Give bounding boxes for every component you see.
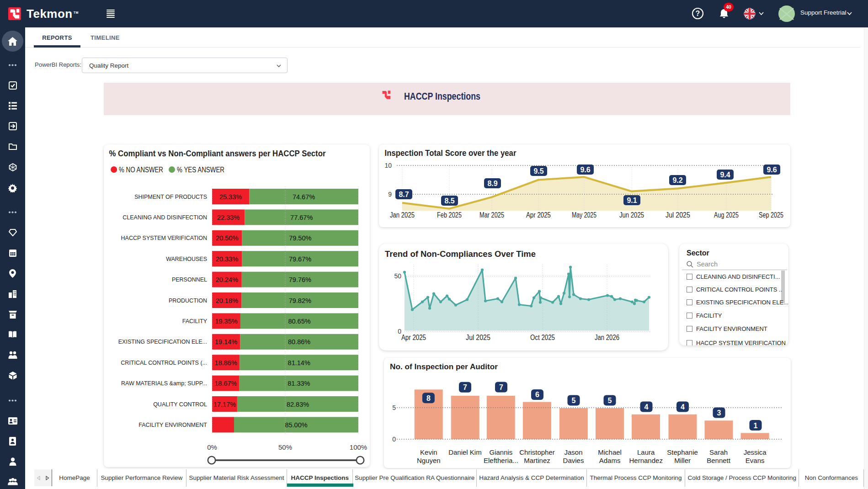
svg-text:CRITICAL CONTROL POINTS (...: CRITICAL CONTROL POINTS (... — [121, 360, 207, 366]
svg-text:Kevin: Kevin — [420, 448, 437, 456]
svg-text:SHIPMENT OF PRODUCTS: SHIPMENT OF PRODUCTS — [134, 194, 207, 200]
svg-text:79.50%: 79.50% — [289, 234, 311, 242]
svg-text:?: ? — [696, 10, 700, 17]
svg-text:Apr 2025: Apr 2025 — [526, 211, 551, 219]
svg-text:20.18%: 20.18% — [216, 297, 238, 304]
svg-text:HACCP Inspections: HACCP Inspections — [404, 90, 480, 102]
svg-text:17.17%: 17.17% — [213, 401, 236, 408]
svg-text:7: 7 — [499, 383, 503, 391]
svg-text:Martinez: Martinez — [524, 457, 550, 464]
svg-text:FACILITY: FACILITY — [182, 318, 208, 324]
svg-text:7: 7 — [463, 383, 467, 391]
svg-text:Giannis: Giannis — [489, 448, 512, 456]
svg-text:81.33%: 81.33% — [288, 380, 310, 387]
svg-text:6: 6 — [535, 391, 539, 399]
svg-text:50: 50 — [394, 272, 401, 280]
svg-text:80.86%: 80.86% — [288, 338, 310, 345]
svg-text:Feb 2025: Feb 2025 — [437, 211, 462, 219]
svg-text:9.6: 9.6 — [580, 166, 590, 174]
svg-text:79.67%: 79.67% — [289, 255, 311, 263]
svg-text:Eleftheria...: Eleftheria... — [484, 457, 518, 464]
svg-text:HACCP SYSTEM VERIFICATION: HACCP SYSTEM VERIFICATION — [121, 235, 207, 241]
svg-text:Jun 2025: Jun 2025 — [619, 211, 644, 219]
svg-text:19.14%: 19.14% — [215, 338, 237, 345]
svg-text:Laura: Laura — [637, 448, 655, 456]
svg-text:4: 4 — [644, 403, 649, 411]
svg-text:9.4: 9.4 — [720, 171, 730, 179]
svg-text:WAREHOUSES: WAREHOUSES — [166, 256, 207, 262]
svg-text:Aug 2025: Aug 2025 — [714, 211, 739, 219]
svg-text:% NO ANSWER: % NO ANSWER — [119, 166, 163, 174]
svg-text:EXISTING SPECIFICATION ELE...: EXISTING SPECIFICATION ELE... — [118, 339, 207, 345]
svg-text:5: 5 — [608, 397, 612, 404]
svg-text:0: 0 — [392, 436, 396, 443]
svg-text:20.33%: 20.33% — [216, 255, 238, 263]
svg-text:9.1: 9.1 — [627, 197, 637, 204]
svg-text:Stephanie: Stephanie — [667, 448, 698, 456]
svg-text:Jul 2025: Jul 2025 — [666, 211, 690, 219]
svg-text:% YES ANSWER: % YES ANSWER — [177, 166, 224, 174]
svg-text:8.9: 8.9 — [487, 180, 497, 187]
svg-text:0: 0 — [398, 328, 401, 335]
svg-text:100%: 100% — [350, 443, 367, 451]
svg-text:9.6: 9.6 — [767, 166, 777, 174]
svg-text:% Compliant vs Non-Compliant a: % Compliant vs Non-Compliant answers per… — [109, 149, 326, 158]
svg-text:CLEANING AND DISINFECTION: CLEANING AND DISINFECTION — [122, 214, 207, 221]
svg-text:1: 1 — [754, 422, 758, 430]
svg-text:Sarah: Sarah — [709, 448, 728, 456]
svg-text:50%: 50% — [278, 443, 292, 451]
svg-text:0%: 0% — [207, 443, 217, 451]
svg-text:10: 10 — [384, 162, 392, 169]
svg-text:9.2: 9.2 — [672, 176, 682, 184]
svg-text:Oct 2025: Oct 2025 — [530, 334, 555, 341]
svg-text:25.33%: 25.33% — [219, 193, 242, 201]
svg-text:3: 3 — [717, 409, 721, 417]
svg-text:4: 4 — [681, 403, 685, 411]
svg-text:Apr 2025: Apr 2025 — [401, 334, 426, 341]
svg-text:Daniel Kim: Daniel Kim — [448, 448, 482, 456]
svg-text:79.76%: 79.76% — [289, 276, 311, 283]
svg-text:Jason: Jason — [564, 448, 582, 456]
svg-text:74.67%: 74.67% — [293, 193, 315, 201]
svg-text:85.00%: 85.00% — [285, 421, 307, 429]
svg-text:Evans: Evans — [746, 457, 765, 464]
svg-text:19.35%: 19.35% — [215, 318, 237, 325]
svg-text:Jan 2026: Jan 2026 — [595, 334, 619, 341]
svg-text:18.67%: 18.67% — [214, 380, 237, 387]
svg-text:RAW MATERIALS &amp; SUPP...: RAW MATERIALS &amp; SUPP... — [121, 380, 207, 387]
svg-text:Mar 2025: Mar 2025 — [479, 211, 504, 219]
svg-text:20.24%: 20.24% — [216, 276, 238, 283]
svg-text:Jessica: Jessica — [744, 448, 767, 456]
svg-text:80.65%: 80.65% — [288, 318, 310, 325]
svg-text:8.5: 8.5 — [444, 197, 454, 205]
svg-text:FACILITY ENVIRONMENT: FACILITY ENVIRONMENT — [138, 422, 207, 428]
svg-text:Nguyen: Nguyen — [417, 457, 441, 464]
svg-text:Hernandez: Hernandez — [629, 457, 663, 464]
svg-text:79.82%: 79.82% — [289, 297, 311, 304]
svg-text:9: 9 — [388, 191, 392, 198]
svg-text:PRODUCTION: PRODUCTION — [169, 298, 207, 304]
svg-text:Trend of Non-Compliances Over: Trend of Non-Compliances Over Time — [385, 249, 536, 259]
svg-text:PERSONNEL: PERSONNEL — [172, 276, 207, 283]
svg-text:Inspection Total Score over th: Inspection Total Score over the year — [385, 149, 517, 158]
svg-text:QUALITY CONTROL: QUALITY CONTROL — [153, 401, 207, 408]
svg-text:Adams: Adams — [599, 457, 621, 464]
svg-text:81.14%: 81.14% — [288, 359, 310, 367]
svg-text:Jan 2025: Jan 2025 — [390, 211, 415, 219]
svg-text:77.67%: 77.67% — [290, 214, 313, 221]
svg-text:May 2025: May 2025 — [572, 211, 596, 219]
svg-text:Michael: Michael — [598, 448, 622, 456]
svg-text:No. of Inspection per Auditor: No. of Inspection per Auditor — [390, 362, 498, 371]
svg-text:82.83%: 82.83% — [287, 401, 309, 408]
svg-text:8: 8 — [426, 394, 431, 402]
svg-text:Bennett: Bennett — [707, 457, 731, 464]
svg-text:18.86%: 18.86% — [215, 359, 237, 367]
svg-text:Miller: Miller — [674, 457, 691, 464]
svg-text:22.33%: 22.33% — [217, 214, 240, 221]
svg-text:Sep 2025: Sep 2025 — [759, 211, 783, 219]
svg-text:Christopher: Christopher — [519, 448, 555, 456]
svg-text:Davies: Davies — [563, 457, 584, 464]
svg-text:Jul 2025: Jul 2025 — [466, 334, 490, 341]
svg-text:5: 5 — [392, 404, 396, 411]
svg-text:9.5: 9.5 — [533, 167, 543, 175]
